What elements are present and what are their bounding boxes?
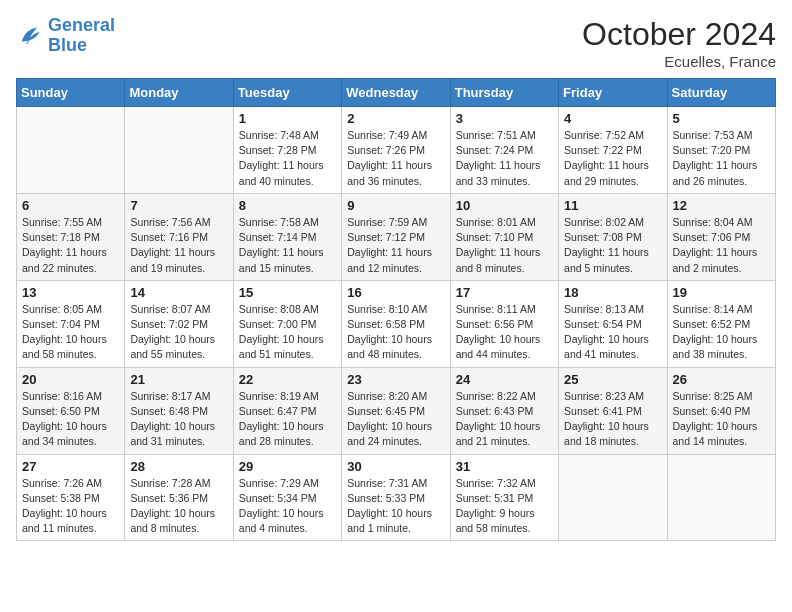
day-number: 6 <box>22 198 119 213</box>
logo-icon <box>16 22 44 50</box>
day-number: 2 <box>347 111 444 126</box>
calendar-cell: 23Sunrise: 8:20 AM Sunset: 6:45 PM Dayli… <box>342 367 450 454</box>
weekday-header-monday: Monday <box>125 79 233 107</box>
day-info: Sunrise: 8:16 AM Sunset: 6:50 PM Dayligh… <box>22 389 119 450</box>
day-number: 1 <box>239 111 336 126</box>
weekday-header-tuesday: Tuesday <box>233 79 341 107</box>
calendar-cell <box>17 107 125 194</box>
day-info: Sunrise: 8:23 AM Sunset: 6:41 PM Dayligh… <box>564 389 661 450</box>
day-number: 7 <box>130 198 227 213</box>
day-info: Sunrise: 7:55 AM Sunset: 7:18 PM Dayligh… <box>22 215 119 276</box>
day-number: 29 <box>239 459 336 474</box>
week-row-1: 1Sunrise: 7:48 AM Sunset: 7:28 PM Daylig… <box>17 107 776 194</box>
week-row-3: 13Sunrise: 8:05 AM Sunset: 7:04 PM Dayli… <box>17 280 776 367</box>
calendar-cell: 24Sunrise: 8:22 AM Sunset: 6:43 PM Dayli… <box>450 367 558 454</box>
day-number: 12 <box>673 198 770 213</box>
weekday-header-row: SundayMondayTuesdayWednesdayThursdayFrid… <box>17 79 776 107</box>
day-number: 10 <box>456 198 553 213</box>
title-area: October 2024 Ecuelles, France <box>582 16 776 70</box>
calendar-cell: 19Sunrise: 8:14 AM Sunset: 6:52 PM Dayli… <box>667 280 775 367</box>
day-info: Sunrise: 8:02 AM Sunset: 7:08 PM Dayligh… <box>564 215 661 276</box>
day-info: Sunrise: 8:13 AM Sunset: 6:54 PM Dayligh… <box>564 302 661 363</box>
day-number: 17 <box>456 285 553 300</box>
day-info: Sunrise: 7:49 AM Sunset: 7:26 PM Dayligh… <box>347 128 444 189</box>
day-info: Sunrise: 8:05 AM Sunset: 7:04 PM Dayligh… <box>22 302 119 363</box>
calendar-cell: 28Sunrise: 7:28 AM Sunset: 5:36 PM Dayli… <box>125 454 233 541</box>
day-info: Sunrise: 7:51 AM Sunset: 7:24 PM Dayligh… <box>456 128 553 189</box>
calendar-cell: 20Sunrise: 8:16 AM Sunset: 6:50 PM Dayli… <box>17 367 125 454</box>
calendar-cell <box>667 454 775 541</box>
day-number: 30 <box>347 459 444 474</box>
day-info: Sunrise: 7:48 AM Sunset: 7:28 PM Dayligh… <box>239 128 336 189</box>
calendar-cell: 8Sunrise: 7:58 AM Sunset: 7:14 PM Daylig… <box>233 193 341 280</box>
day-info: Sunrise: 7:58 AM Sunset: 7:14 PM Dayligh… <box>239 215 336 276</box>
calendar-cell <box>559 454 667 541</box>
day-info: Sunrise: 8:10 AM Sunset: 6:58 PM Dayligh… <box>347 302 444 363</box>
header: General Blue October 2024 Ecuelles, Fran… <box>16 16 776 70</box>
day-number: 16 <box>347 285 444 300</box>
calendar-cell: 7Sunrise: 7:56 AM Sunset: 7:16 PM Daylig… <box>125 193 233 280</box>
calendar-cell: 3Sunrise: 7:51 AM Sunset: 7:24 PM Daylig… <box>450 107 558 194</box>
logo: General Blue <box>16 16 115 56</box>
calendar-cell: 6Sunrise: 7:55 AM Sunset: 7:18 PM Daylig… <box>17 193 125 280</box>
calendar-cell: 15Sunrise: 8:08 AM Sunset: 7:00 PM Dayli… <box>233 280 341 367</box>
day-number: 23 <box>347 372 444 387</box>
day-info: Sunrise: 7:32 AM Sunset: 5:31 PM Dayligh… <box>456 476 553 537</box>
day-number: 13 <box>22 285 119 300</box>
day-info: Sunrise: 8:08 AM Sunset: 7:00 PM Dayligh… <box>239 302 336 363</box>
day-number: 28 <box>130 459 227 474</box>
day-info: Sunrise: 8:19 AM Sunset: 6:47 PM Dayligh… <box>239 389 336 450</box>
calendar-cell: 9Sunrise: 7:59 AM Sunset: 7:12 PM Daylig… <box>342 193 450 280</box>
day-number: 11 <box>564 198 661 213</box>
calendar-cell: 5Sunrise: 7:53 AM Sunset: 7:20 PM Daylig… <box>667 107 775 194</box>
day-info: Sunrise: 8:22 AM Sunset: 6:43 PM Dayligh… <box>456 389 553 450</box>
day-info: Sunrise: 8:11 AM Sunset: 6:56 PM Dayligh… <box>456 302 553 363</box>
day-number: 15 <box>239 285 336 300</box>
calendar-cell: 13Sunrise: 8:05 AM Sunset: 7:04 PM Dayli… <box>17 280 125 367</box>
day-number: 14 <box>130 285 227 300</box>
calendar-cell: 4Sunrise: 7:52 AM Sunset: 7:22 PM Daylig… <box>559 107 667 194</box>
day-info: Sunrise: 7:52 AM Sunset: 7:22 PM Dayligh… <box>564 128 661 189</box>
day-number: 18 <box>564 285 661 300</box>
day-info: Sunrise: 7:56 AM Sunset: 7:16 PM Dayligh… <box>130 215 227 276</box>
calendar-cell: 27Sunrise: 7:26 AM Sunset: 5:38 PM Dayli… <box>17 454 125 541</box>
day-number: 22 <box>239 372 336 387</box>
day-number: 21 <box>130 372 227 387</box>
day-info: Sunrise: 8:04 AM Sunset: 7:06 PM Dayligh… <box>673 215 770 276</box>
calendar-cell: 11Sunrise: 8:02 AM Sunset: 7:08 PM Dayli… <box>559 193 667 280</box>
day-number: 24 <box>456 372 553 387</box>
calendar-cell: 21Sunrise: 8:17 AM Sunset: 6:48 PM Dayli… <box>125 367 233 454</box>
day-info: Sunrise: 7:31 AM Sunset: 5:33 PM Dayligh… <box>347 476 444 537</box>
month-title: October 2024 <box>582 16 776 53</box>
calendar-cell: 1Sunrise: 7:48 AM Sunset: 7:28 PM Daylig… <box>233 107 341 194</box>
calendar-cell: 30Sunrise: 7:31 AM Sunset: 5:33 PM Dayli… <box>342 454 450 541</box>
calendar-cell: 14Sunrise: 8:07 AM Sunset: 7:02 PM Dayli… <box>125 280 233 367</box>
day-info: Sunrise: 8:25 AM Sunset: 6:40 PM Dayligh… <box>673 389 770 450</box>
weekday-header-thursday: Thursday <box>450 79 558 107</box>
day-info: Sunrise: 7:53 AM Sunset: 7:20 PM Dayligh… <box>673 128 770 189</box>
week-row-5: 27Sunrise: 7:26 AM Sunset: 5:38 PM Dayli… <box>17 454 776 541</box>
day-info: Sunrise: 7:28 AM Sunset: 5:36 PM Dayligh… <box>130 476 227 537</box>
day-number: 20 <box>22 372 119 387</box>
calendar-cell: 12Sunrise: 8:04 AM Sunset: 7:06 PM Dayli… <box>667 193 775 280</box>
calendar-cell: 10Sunrise: 8:01 AM Sunset: 7:10 PM Dayli… <box>450 193 558 280</box>
day-number: 31 <box>456 459 553 474</box>
weekday-header-friday: Friday <box>559 79 667 107</box>
day-info: Sunrise: 8:14 AM Sunset: 6:52 PM Dayligh… <box>673 302 770 363</box>
calendar-cell: 17Sunrise: 8:11 AM Sunset: 6:56 PM Dayli… <box>450 280 558 367</box>
day-number: 3 <box>456 111 553 126</box>
day-number: 19 <box>673 285 770 300</box>
day-info: Sunrise: 8:01 AM Sunset: 7:10 PM Dayligh… <box>456 215 553 276</box>
calendar-cell: 16Sunrise: 8:10 AM Sunset: 6:58 PM Dayli… <box>342 280 450 367</box>
day-info: Sunrise: 7:26 AM Sunset: 5:38 PM Dayligh… <box>22 476 119 537</box>
weekday-header-wednesday: Wednesday <box>342 79 450 107</box>
day-info: Sunrise: 8:07 AM Sunset: 7:02 PM Dayligh… <box>130 302 227 363</box>
day-number: 4 <box>564 111 661 126</box>
calendar-cell: 26Sunrise: 8:25 AM Sunset: 6:40 PM Dayli… <box>667 367 775 454</box>
weekday-header-saturday: Saturday <box>667 79 775 107</box>
logo-text: General Blue <box>48 16 115 56</box>
calendar-cell: 2Sunrise: 7:49 AM Sunset: 7:26 PM Daylig… <box>342 107 450 194</box>
weekday-header-sunday: Sunday <box>17 79 125 107</box>
day-number: 8 <box>239 198 336 213</box>
day-number: 9 <box>347 198 444 213</box>
